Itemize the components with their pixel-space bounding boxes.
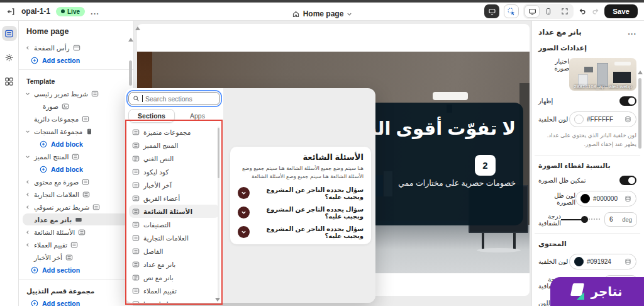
section-icon — [78, 229, 86, 236]
list-item[interactable]: الفاصل — [129, 244, 219, 258]
bg-color-input[interactable]: #FFFFFF — [569, 111, 636, 127]
add-block-button[interactable]: Add block — [31, 138, 130, 150]
sections-list: مجموعات متميزة المنتج المميز النص الغني … — [128, 124, 220, 303]
tree-item-banner-with-counter[interactable]: بانر مع عداد — [23, 213, 130, 225]
section-icon — [82, 115, 89, 123]
save-button[interactable]: Save — [604, 4, 638, 18]
chevron-down-icon[interactable] — [238, 207, 250, 218]
chevron-left-icon[interactable] — [24, 242, 31, 247]
settings-gear-icon[interactable] — [2, 50, 17, 65]
tree-item-customer-reviews[interactable]: تقييم العملاء — [23, 239, 130, 251]
opacity-slider[interactable] — [561, 215, 600, 224]
faq-question-row[interactable]: سؤال يحدده التاجر عن المشروع ويجيب عليه؟ — [238, 186, 364, 200]
theme-name: opal-1-1 — [21, 7, 50, 16]
list-item[interactable]: بانر مع نص — [129, 271, 219, 284]
faq-question-row[interactable]: سؤال يحدده التاجر عن المشروع ويجيب عليه؟ — [238, 225, 364, 239]
shadow-color-input[interactable]: #000000 — [575, 191, 636, 207]
text-caret — [142, 95, 143, 102]
scroll-up-arrow[interactable] — [135, 26, 140, 30]
dynamic-source-icon[interactable] — [625, 195, 631, 202]
faq-preview-card: الأسئلة الشائعة هنا سيتم وضع جميع الأسئل… — [230, 147, 371, 244]
scroll-down-arrow[interactable] — [215, 298, 220, 302]
tree-item-main-slider[interactable]: شريط تمرير رئيسي — [23, 88, 130, 99]
more-actions-button[interactable]: ... — [91, 7, 99, 16]
add-section-button[interactable]: Add section — [23, 297, 130, 306]
list-item[interactable]: آخر الأخبار — [129, 178, 219, 191]
chevron-left-icon[interactable] — [24, 205, 31, 210]
add-block-button[interactable]: Add block — [31, 163, 130, 175]
list-item[interactable]: مجموعات متميزة — [129, 125, 219, 139]
fullscreen-icon[interactable] — [557, 5, 572, 18]
dynamic-source-icon[interactable] — [625, 116, 631, 123]
list-item[interactable]: العلامات التجارية — [129, 231, 219, 244]
show-toggle[interactable] — [619, 96, 636, 106]
list-item[interactable]: التصنيفات — [129, 218, 219, 231]
tree-item-image-with-content[interactable]: صورة مع محتوى — [23, 176, 130, 188]
content-header: المحتوى — [538, 240, 636, 248]
popup-list-column: Sections Apps مجموعات متميزة المنتج المم… — [125, 88, 223, 303]
apps-grid-icon[interactable] — [2, 74, 17, 89]
tree-item-product-collection[interactable]: مجموعة المنتجات — [23, 125, 130, 137]
chevron-left-icon[interactable] — [24, 230, 31, 235]
shadow-toggle[interactable] — [619, 176, 636, 185]
plus-circle-icon — [31, 266, 38, 274]
list-item-selected[interactable]: الأسئلة الشائعة — [129, 205, 219, 218]
list-item[interactable]: تواصل معنا — [129, 297, 219, 303]
tree-item-page-header[interactable]: رأس الصفحة — [23, 42, 130, 54]
tree-item-image[interactable]: صورة — [31, 100, 130, 112]
content-bg-input[interactable]: #091924 — [569, 254, 636, 269]
image-thumbnail[interactable]: 28814108_ap...aled.webp — [569, 58, 636, 91]
chevron-down-icon[interactable] — [24, 91, 31, 96]
tree-item-brands[interactable]: العلامات التجارية — [23, 188, 130, 200]
exit-icon[interactable] — [6, 7, 16, 16]
list-item[interactable]: أعضاء الفريق — [129, 191, 219, 205]
sections-nav-icon[interactable] — [2, 26, 17, 41]
tree-item-faq[interactable]: الأسئلة الشائعة — [23, 226, 130, 238]
scroll-up-arrow[interactable] — [638, 71, 643, 74]
list-item[interactable]: تقييم العملاء — [129, 284, 219, 297]
faq-question-row[interactable]: سؤال يحدده التاجر عن المشروع ويجيب عليه؟ — [238, 206, 364, 220]
search-input[interactable] — [145, 95, 208, 103]
tree-item-shopping-slider[interactable]: شريط تمرير تسوقي — [23, 201, 130, 213]
list-item[interactable]: المنتج المميز — [129, 139, 219, 152]
chevron-down-icon[interactable] — [24, 129, 31, 134]
desktop-icon[interactable] — [525, 5, 540, 18]
right-panel-scrollbar[interactable] — [638, 78, 641, 149]
divider — [19, 69, 133, 70]
tree-item-circle-collections[interactable]: مجموعات دائرية — [23, 113, 130, 125]
tree-item-featured-product[interactable]: المنتج المميز — [23, 150, 130, 162]
theme-editor: opal-1-1 Live ... Home page — [0, 0, 644, 306]
tab-apps[interactable]: Apps — [175, 110, 220, 122]
redo-icon[interactable] — [591, 7, 600, 16]
banner-overlay-card: لا تفوّت أقوى الت 2 خصومات حصرية على مخت… — [358, 103, 523, 225]
opacity-value-input[interactable]: 6 deg — [604, 212, 637, 227]
section-icon — [132, 128, 140, 136]
chevron-down-icon[interactable] — [24, 154, 31, 159]
chevron-left-icon[interactable] — [24, 192, 31, 197]
dynamic-source-icon[interactable] — [625, 258, 631, 265]
tree-item-latest-news[interactable]: أخر الأخبار — [23, 251, 130, 263]
inspector-icon[interactable] — [504, 4, 519, 18]
divider — [535, 155, 640, 156]
list-item[interactable]: كود ليكود — [129, 165, 219, 178]
add-section-button[interactable]: Add section — [23, 264, 130, 276]
chevron-down-icon[interactable] — [238, 187, 250, 199]
chevron-left-icon[interactable] — [24, 45, 31, 50]
preview-display-icon[interactable] — [484, 4, 499, 18]
chevron-left-icon[interactable] — [24, 179, 31, 184]
undo-icon[interactable] — [578, 7, 587, 16]
list-item[interactable]: النص الغني — [129, 152, 219, 165]
list-scrollbar-thumb[interactable] — [218, 128, 219, 178]
mobile-icon[interactable] — [541, 5, 556, 18]
chevron-down-icon[interactable] — [238, 226, 250, 238]
search-sections-box[interactable] — [128, 92, 220, 105]
section-more-button[interactable]: ... — [628, 27, 636, 37]
left-rail — [0, 21, 19, 306]
scroll-up-arrow[interactable] — [128, 38, 133, 42]
list-item[interactable]: بانر مع عداد — [129, 258, 219, 271]
add-section-button[interactable]: Add section — [23, 54, 130, 66]
content-bg-label: لون الخلفية — [538, 258, 568, 265]
left-panel-scrollbar[interactable] — [129, 60, 132, 86]
countdown-box: 2 — [475, 155, 496, 176]
tab-sections[interactable]: Sections — [128, 109, 175, 123]
